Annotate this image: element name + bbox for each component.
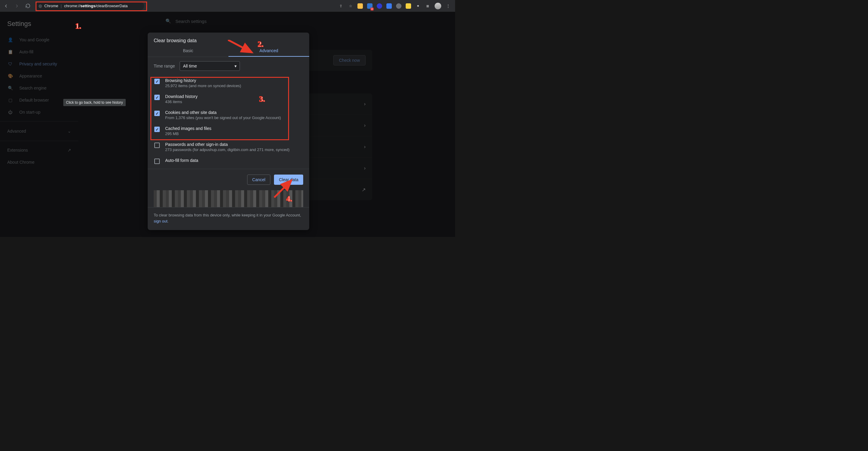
- time-range-value: All time: [183, 64, 197, 68]
- browser-toolbar: ◎ Chrome | chrome://settings/clearBrowse…: [0, 0, 455, 12]
- dialog-title: Clear browsing data: [148, 33, 309, 44]
- bookmark-icon[interactable]: ☆: [348, 3, 353, 9]
- ext-icon-4[interactable]: [386, 3, 392, 9]
- checkbox[interactable]: [154, 111, 160, 116]
- reload-button[interactable]: [24, 2, 32, 10]
- tab-basic[interactable]: Basic: [148, 44, 228, 57]
- option-title: Auto-fill form data: [165, 158, 198, 163]
- menu-icon[interactable]: ⋮: [445, 3, 451, 9]
- option-cookies[interactable]: Cookies and other site dataFrom 1,376 si…: [153, 107, 304, 123]
- clear-browsing-data-dialog: Clear browsing data Basic Advanced Time …: [148, 33, 309, 230]
- checkbox[interactable]: [154, 143, 160, 148]
- clear-data-button[interactable]: Clear data: [274, 175, 303, 185]
- option-title: Browsing history: [165, 78, 241, 83]
- extensions-icon[interactable]: ✦: [415, 3, 421, 9]
- ext-icon-5[interactable]: [396, 3, 401, 9]
- toolbar-actions: ⇪ ☆ 0 ✦ ≣ ⋮: [338, 3, 451, 9]
- option-title: Cookies and other site data: [165, 110, 281, 115]
- option-title: Download history: [165, 94, 197, 99]
- option-sub: 436 items: [165, 99, 197, 104]
- footnote-text: To clear browsing data from this device …: [154, 213, 301, 217]
- footnote-text: .: [167, 219, 169, 223]
- time-range-select[interactable]: All time ▾: [180, 61, 240, 71]
- tab-advanced[interactable]: Advanced: [228, 44, 309, 57]
- url-suffix: /clearBrowserData: [96, 4, 128, 8]
- url-prefix: chrome://: [64, 4, 81, 8]
- option-title: Passwords and other sign-in data: [165, 142, 290, 147]
- option-download-history[interactable]: Download history436 items: [153, 91, 304, 107]
- profile-avatar[interactable]: [435, 3, 441, 9]
- url-bold: settings: [81, 4, 96, 8]
- option-sub: 295 MB: [165, 131, 211, 136]
- share-icon[interactable]: ⇪: [338, 3, 344, 9]
- option-passwords[interactable]: Passwords and other sign-in data273 pass…: [153, 139, 304, 155]
- site-info-icon[interactable]: ◎: [38, 4, 42, 8]
- reading-list-icon[interactable]: ≣: [425, 3, 430, 9]
- chevron-down-icon: ▾: [235, 64, 237, 68]
- dialog-footnote: To clear browsing data from this device …: [148, 207, 309, 230]
- option-title: Cached images and files: [165, 126, 211, 131]
- clear-options-list: Browsing history25,972 items (and more o…: [148, 75, 309, 167]
- address-bar[interactable]: ◎ Chrome | chrome://settings/clearBrowse…: [36, 2, 144, 10]
- checkbox[interactable]: [154, 127, 160, 132]
- option-sub: 273 passwords (for adpushup.com, digitbi…: [165, 147, 290, 152]
- forward-button[interactable]: [13, 2, 21, 10]
- ext-icon-6[interactable]: [406, 3, 411, 9]
- ext-icon-2[interactable]: 0: [367, 3, 373, 9]
- option-autofill[interactable]: Auto-fill form data: [153, 155, 304, 167]
- option-sub: From 1,376 sites (you won't be signed ou…: [165, 116, 281, 120]
- option-browsing-history[interactable]: Browsing history25,972 items (and more o…: [153, 75, 304, 91]
- cancel-button[interactable]: Cancel: [247, 175, 271, 185]
- sign-out-link[interactable]: sign out: [154, 219, 167, 223]
- option-cached-images[interactable]: Cached images and files295 MB: [153, 123, 304, 139]
- time-range-label: Time range: [154, 64, 175, 68]
- checkbox[interactable]: [154, 158, 160, 164]
- option-sub: 25,972 items (and more on synced devices…: [165, 84, 241, 88]
- ext-icon-3[interactable]: [377, 3, 382, 9]
- back-button[interactable]: [2, 2, 10, 10]
- account-row-redacted: [154, 190, 303, 207]
- checkbox[interactable]: [154, 95, 160, 100]
- ext-icon-1[interactable]: [358, 3, 363, 9]
- checkbox[interactable]: [154, 79, 160, 84]
- back-button-tooltip: Click to go back, hold to see history: [63, 99, 126, 106]
- url-site-label: Chrome: [44, 4, 58, 8]
- dialog-tabs: Basic Advanced: [148, 44, 309, 57]
